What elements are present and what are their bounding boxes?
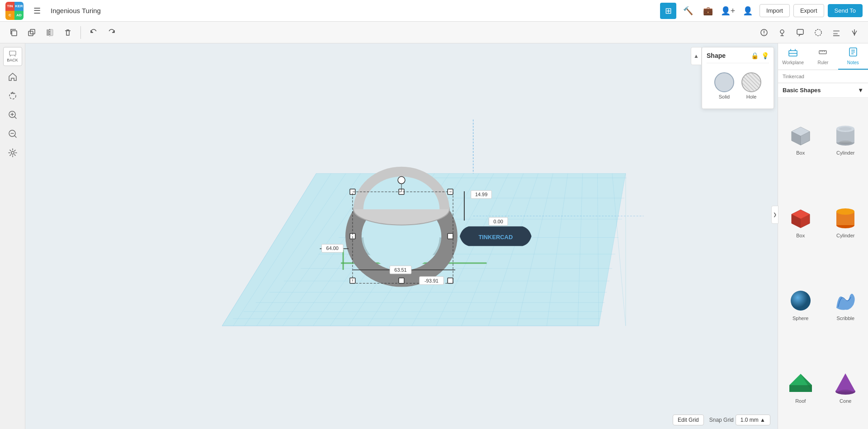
duplicate-button[interactable]: [24, 24, 40, 41]
mirror-button[interactable]: [42, 24, 58, 41]
panel-collapse-button[interactable]: ▲: [691, 47, 702, 65]
solid-circle: [714, 72, 734, 92]
back-button[interactable]: BACK: [3, 47, 22, 66]
right-top-tabs: Workplane Ruler Notes: [778, 43, 868, 70]
copy-button[interactable]: [5, 24, 22, 41]
workplane-tab-icon: [788, 47, 798, 59]
shape-thumb-cylinder-orange: [831, 206, 860, 230]
svg-rect-10: [833, 30, 840, 32]
shape-options: Solid Hole: [707, 68, 769, 104]
note-tool-button[interactable]: [756, 24, 772, 41]
svg-rect-75: [448, 278, 453, 283]
undo-button[interactable]: [85, 24, 102, 41]
toolbar-separator-1: [80, 26, 81, 39]
lock-icon[interactable]: 🔒: [751, 52, 759, 59]
shape-item-label-box-red: Box: [796, 233, 805, 238]
settings-button[interactable]: [5, 145, 21, 161]
shapes-grid: Box Cylinder Box Cylind: [778, 98, 868, 429]
shape-item-cone[interactable]: Cone: [823, 346, 868, 429]
svg-text:14.99: 14.99: [475, 192, 487, 197]
workplane-svg: TINKERCAD: [25, 43, 778, 429]
align-button[interactable]: [828, 24, 844, 41]
svg-point-119: [839, 127, 852, 131]
redo-button[interactable]: [104, 24, 120, 41]
svg-point-14: [9, 93, 16, 99]
hole-label: Hole: [746, 94, 757, 99]
import-button[interactable]: Import: [760, 4, 790, 17]
light-button[interactable]: [774, 24, 790, 41]
shape-item-label-sphere-blue: Sphere: [793, 316, 808, 321]
bulb-icon[interactable]: 💡: [761, 52, 769, 59]
shape-panel-title: Shape: [707, 52, 726, 59]
shape-item-cylinder-orange[interactable]: Cylinder: [823, 180, 868, 263]
tab-workplane[interactable]: Workplane: [778, 43, 808, 70]
hammer-button[interactable]: 🔨: [680, 3, 696, 19]
svg-rect-77: [399, 278, 404, 283]
svg-rect-8: [797, 29, 803, 34]
library-dropdown[interactable]: Basic Shapes ▼: [778, 83, 868, 98]
svg-point-133: [839, 390, 852, 393]
export-button[interactable]: Export: [793, 4, 824, 17]
add-user-button[interactable]: 👤+: [720, 3, 736, 19]
shape-item-box-gray[interactable]: Box: [778, 98, 823, 180]
logo-ker: KER: [14, 2, 24, 11]
viewport[interactable]: TINKERCAD: [25, 43, 778, 429]
right-panel: Workplane Ruler Notes Tinkercad Basic Sh…: [778, 43, 868, 429]
zoom-in-button[interactable]: [5, 107, 21, 123]
shape-item-roof[interactable]: Roof: [778, 346, 823, 429]
comment-tool-button[interactable]: [792, 24, 808, 41]
category-label: Basic Shapes: [783, 87, 821, 94]
hole-option[interactable]: Hole: [741, 72, 761, 99]
bottom-bar: Edit Grid Snap Grid 1.0 mm ▲: [673, 415, 770, 425]
zoom-out-button[interactable]: [5, 126, 21, 142]
shape-item-scribble[interactable]: Scribble: [823, 264, 868, 346]
svg-rect-2: [30, 29, 35, 34]
shape-panel-icons: 🔒 💡: [751, 52, 769, 59]
svg-rect-79: [448, 234, 453, 239]
logo-ad: AD: [14, 11, 24, 20]
tinkercad-logo: TIN KER C AD: [5, 2, 24, 20]
shape-thumb-cylinder-gray: [831, 123, 860, 147]
edit-grid-button[interactable]: Edit Grid: [673, 415, 704, 425]
svg-point-127: [791, 291, 811, 311]
svg-marker-132: [835, 373, 855, 391]
circle-select-button[interactable]: [810, 24, 826, 41]
tab-notes[interactable]: Notes: [838, 43, 868, 70]
snap-grid-label: Snap Grid: [709, 417, 734, 423]
logo-tin: TIN: [5, 2, 14, 11]
shape-item-sphere-blue[interactable]: Sphere: [778, 264, 823, 346]
right-collapse-button[interactable]: ❯: [771, 206, 778, 224]
notes-tab-label: Notes: [847, 60, 859, 65]
solid-option[interactable]: Solid: [714, 72, 734, 99]
workplane-tab-label: Workplane: [782, 60, 804, 65]
shape-item-label-cylinder-gray: Cylinder: [836, 150, 854, 156]
hamburger-button[interactable]: ☰: [29, 3, 45, 19]
snap-grid-control: Snap Grid 1.0 mm ▲: [709, 415, 770, 425]
shape-item-box-red[interactable]: Box: [778, 180, 823, 263]
topbar-right: ⊞ 🔨 💼 👤+ 👤 Import Export Send To: [660, 3, 863, 19]
snap-grid-value[interactable]: 1.0 mm ▲: [736, 415, 770, 425]
delete-button[interactable]: [60, 24, 76, 41]
grid-view-button[interactable]: ⊞: [660, 3, 676, 19]
send-to-button[interactable]: Send To: [828, 4, 863, 17]
main-area: BACK: [0, 43, 868, 429]
shape-thumb-box-gray: [786, 123, 815, 147]
svg-point-120: [839, 141, 852, 144]
project-title: Ingenious Turing: [51, 7, 655, 14]
shape-item-cylinder-gray[interactable]: Cylinder: [823, 98, 868, 180]
rotate-button[interactable]: [5, 88, 21, 104]
home-button[interactable]: [5, 69, 21, 85]
svg-point-126: [836, 208, 854, 215]
left-sidebar: BACK: [0, 43, 25, 429]
svg-rect-13: [9, 51, 16, 55]
svg-rect-1: [28, 31, 33, 36]
library-header: Tinkercad: [778, 70, 868, 83]
shape-panel: Shape 🔒 💡 Solid Hole: [702, 47, 774, 109]
profile-button[interactable]: 👤: [740, 3, 756, 19]
tab-ruler[interactable]: Ruler: [808, 43, 838, 70]
mirror-tool-button[interactable]: [846, 24, 863, 41]
shape-item-label-roof: Roof: [795, 398, 806, 404]
toolbar: [0, 22, 868, 43]
logo-c: C: [5, 11, 14, 20]
briefcase-button[interactable]: 💼: [700, 3, 716, 19]
